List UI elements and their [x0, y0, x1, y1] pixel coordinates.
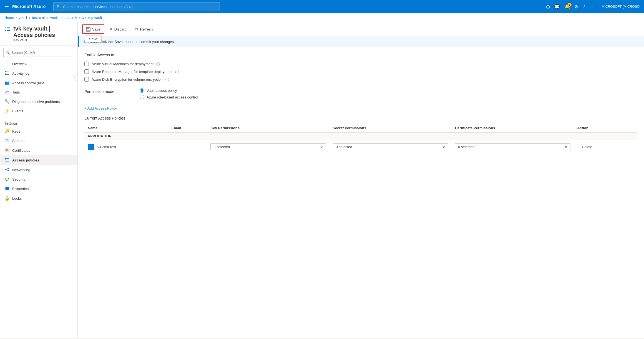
breadcrumb-home[interactable]: Home [4, 16, 14, 20]
col-secret-permissions: Secret Permissions [329, 124, 452, 133]
sidebar-item-secrets[interactable]: Secrets [0, 136, 77, 146]
discard-button[interactable]: ✕ Discard [105, 25, 130, 34]
menu-icon[interactable]: ☰ [4, 4, 9, 10]
keys-icon: 🔑 [4, 129, 9, 134]
arm-info-btn[interactable]: ⓘ [175, 70, 179, 74]
svg-rect-20 [5, 161, 6, 161]
top-nav: ☰ Microsoft Azure 🔍 Search resources, se… [0, 0, 644, 13]
sidebar-item-certificates[interactable]: Certificates [0, 146, 77, 155]
page-layout: tvk-key-vault | Access policies Key vaul… [0, 22, 644, 338]
page-title: tvk-key-vault | Access policies [13, 26, 66, 38]
refresh-label: Refresh [140, 27, 153, 31]
vm-info-btn[interactable]: ⓘ [156, 62, 160, 66]
sidebar-item-events[interactable]: ⚡ Events [0, 106, 77, 116]
svg-rect-9 [6, 72, 9, 72]
sidebar-locks-label: Locks [12, 196, 22, 201]
arm-checkbox[interactable] [84, 69, 89, 74]
cloud-shell-icon[interactable]: ⬡ [546, 4, 550, 9]
svg-point-26 [8, 170, 9, 171]
diagnose-icon: 🔧 [4, 99, 9, 104]
svg-rect-34 [87, 27, 89, 29]
access-policies-icon [4, 158, 9, 163]
sidebar-item-diagnose[interactable]: 🔧 Diagnose and solve problems [0, 97, 77, 106]
svg-rect-35 [87, 30, 90, 31]
events-icon: ⚡ [4, 108, 9, 113]
disk-checkbox[interactable] [84, 77, 89, 82]
rbac-radio[interactable] [140, 95, 144, 99]
overview-icon: ⊙ [4, 61, 9, 66]
sidebar-search-icon: 🔍 [6, 50, 10, 55]
svg-rect-8 [5, 74, 6, 75]
enable-access-options: Azure Virtual Machines for deployment ⓘ … [84, 62, 637, 82]
svg-rect-3 [7, 27, 10, 28]
svg-line-27 [6, 168, 8, 170]
disk-checkbox-item: Azure Disk Encryption for volume encrypt… [84, 77, 637, 82]
vault-radio-item: Vault access policy [140, 88, 198, 93]
cert-permissions-chevron: ∨ [565, 145, 567, 149]
svg-rect-22 [6, 160, 9, 160]
settings-icon[interactable]: ⚙ [574, 4, 578, 9]
vm-checkbox[interactable] [84, 62, 89, 66]
global-search[interactable]: 🔍 Search resources, services, and docs (… [53, 2, 220, 11]
info-banner: ℹ Please click the 'Save' button to comm… [78, 36, 644, 47]
svg-rect-31 [7, 187, 8, 190]
svg-rect-32 [8, 187, 9, 190]
arm-label: Azure Resource Manager for template depl… [92, 70, 172, 74]
sidebar-item-security[interactable]: 🛡 Security [0, 175, 77, 184]
breadcrumb: Home › vnet1 › test-cmk › vnet1 › test-c… [0, 13, 644, 22]
feedback-icon[interactable]: 💬 [554, 4, 560, 9]
main-content: Save Save ✕ Discard ↻ Refresh ℹ Please c… [78, 22, 644, 338]
svg-rect-19 [5, 160, 6, 160]
vault-label: Vault access policy [147, 88, 177, 93]
col-action: Action [574, 124, 637, 133]
svg-rect-23 [6, 161, 9, 161]
refresh-icon: ↻ [135, 27, 139, 32]
vault-radio[interactable] [140, 88, 144, 93]
sidebar-diagnose-label: Diagnose and solve problems [12, 100, 60, 104]
col-email: Email [168, 124, 207, 133]
svg-rect-2 [5, 30, 6, 31]
row-secret-permissions: 0 selected ∨ [329, 140, 452, 154]
breadcrumb-test-cmk-2[interactable]: test-cmk [64, 16, 77, 20]
sidebar-item-keys[interactable]: 🔑 Keys [0, 127, 77, 136]
add-access-policy-link[interactable]: + Add Access Policy [84, 106, 117, 110]
account-icon[interactable]: 👤 [590, 4, 595, 9]
policies-table: Name Email Key Permissions Secret Permis… [84, 124, 637, 154]
notifications-icon[interactable]: 🔔 2 [564, 4, 570, 9]
sidebar-item-overview[interactable]: ⊙ Overview [0, 59, 77, 69]
secret-permissions-dropdown[interactable]: 0 selected ∨ [333, 143, 448, 150]
sidebar-item-activity-log[interactable]: Activity log [0, 69, 77, 78]
activity-log-icon [4, 71, 9, 76]
properties-icon [4, 186, 9, 191]
save-button[interactable]: Save [82, 24, 104, 34]
app-icon [88, 144, 94, 150]
col-cert-permissions: Certificate Permissions [452, 124, 574, 133]
key-permissions-dropdown[interactable]: 3 selected ∨ [210, 143, 326, 150]
svg-rect-14 [6, 141, 7, 141]
section-application: APPLICATION [84, 133, 637, 140]
breadcrumb-test-cmk-1[interactable]: test-cmk [32, 16, 46, 20]
sidebar-activity-log-label: Activity log [12, 71, 29, 75]
sidebar-item-locks[interactable]: 🔒 Locks [0, 194, 77, 203]
access-control-icon: 👥 [4, 80, 9, 85]
breadcrumb-vnet1-1[interactable]: vnet1 [19, 16, 27, 20]
breadcrumb-vnet1-2[interactable]: vnet1 [50, 16, 59, 20]
locks-icon: 🔒 [4, 196, 9, 201]
sidebar-search-input[interactable] [3, 48, 74, 57]
sidebar-item-access-policies[interactable]: Access policies [0, 155, 77, 165]
sidebar-item-networking[interactable]: Networking [0, 165, 77, 175]
more-options-icon[interactable]: ··· [68, 26, 73, 32]
secret-permissions-value: 0 selected [336, 145, 352, 149]
disk-info-btn[interactable]: ⓘ [165, 78, 169, 81]
refresh-button[interactable]: ↻ Refresh [131, 25, 157, 34]
help-icon[interactable]: ? [583, 4, 585, 9]
permission-model-options: Vault access policy Azure role-based acc… [140, 88, 198, 99]
table-row: tvk-cmk-test 3 selected ∨ 0 [84, 140, 637, 154]
delete-button[interactable]: Delete [577, 143, 597, 151]
sidebar-item-tags[interactable]: 🏷 Tags [0, 88, 77, 97]
sidebar-item-properties[interactable]: Properties [0, 184, 77, 194]
breadcrumb-tvk-key-vault[interactable]: tvk-key-vault [82, 16, 102, 20]
cert-permissions-dropdown[interactable]: 0 selected ∨ [455, 143, 570, 150]
row-cert-permissions: 0 selected ∨ [452, 140, 574, 154]
sidebar-item-access-control[interactable]: 👥 Access control (IAM) [0, 78, 77, 88]
